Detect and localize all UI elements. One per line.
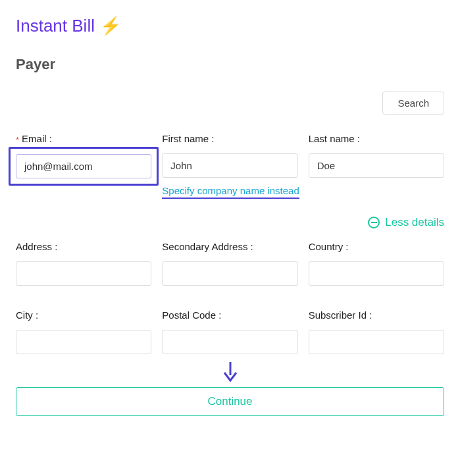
secondary-address-input[interactable] (162, 261, 297, 286)
section-title: Payer (16, 56, 444, 73)
country-field-wrap: Country : (309, 241, 444, 286)
secondary-address-field-wrap: Secondary Address : (162, 241, 297, 286)
email-label: *Email : (16, 133, 151, 145)
city-label: City : (16, 309, 151, 321)
country-label: Country : (309, 241, 444, 252)
payer-form-row2: Address : Secondary Address : Country : (16, 241, 444, 286)
email-field-wrap: *Email : (16, 133, 151, 178)
subscriber-id-field-wrap: Subscriber Id : (309, 309, 444, 354)
first-name-input[interactable] (162, 153, 297, 178)
address-label: Address : (16, 241, 151, 252)
postal-code-label: Postal Code : (162, 309, 297, 321)
lightning-icon: ⚡ (100, 16, 121, 36)
subscriber-id-label: Subscriber Id : (309, 309, 444, 321)
minus-circle-icon (368, 217, 380, 228)
company-link-row: Specify company name instead (162, 185, 444, 199)
less-details-label: Less details (385, 216, 444, 229)
city-input[interactable] (16, 330, 151, 354)
secondary-address-label: Secondary Address : (162, 241, 297, 252)
postal-code-field-wrap: Postal Code : (162, 309, 297, 354)
payer-form-row1: *Email : First name : Last name : Specif… (16, 133, 444, 205)
address-input[interactable] (16, 261, 151, 286)
specify-company-link[interactable]: Specify company name instead (162, 185, 299, 199)
arrow-down-icon (221, 361, 240, 383)
country-input[interactable] (309, 261, 444, 286)
city-field-wrap: City : (16, 309, 151, 354)
address-field-wrap: Address : (16, 241, 151, 286)
last-name-field-wrap: Last name : (309, 133, 444, 178)
first-name-field-wrap: First name : (162, 133, 297, 178)
first-name-label: First name : (162, 133, 297, 144)
required-asterisk-icon: * (16, 135, 19, 145)
email-label-text: Email : (22, 133, 52, 144)
arrow-annotation-wrap (16, 361, 444, 383)
postal-code-input[interactable] (162, 330, 297, 354)
subscriber-id-input[interactable] (309, 330, 444, 354)
less-details-toggle[interactable]: Less details (368, 216, 444, 229)
payer-form-row3: City : Postal Code : Subscriber Id : (16, 309, 444, 354)
continue-button[interactable]: Continue (16, 387, 444, 416)
last-name-input[interactable] (309, 153, 444, 178)
less-details-row: Less details (16, 216, 444, 229)
search-button[interactable]: Search (382, 92, 444, 115)
page-title: Instant Bill ⚡ (16, 16, 444, 36)
last-name-label: Last name : (309, 133, 444, 144)
search-row: Search (16, 92, 444, 115)
page-title-text: Instant Bill (16, 16, 95, 36)
email-input[interactable] (16, 154, 151, 178)
